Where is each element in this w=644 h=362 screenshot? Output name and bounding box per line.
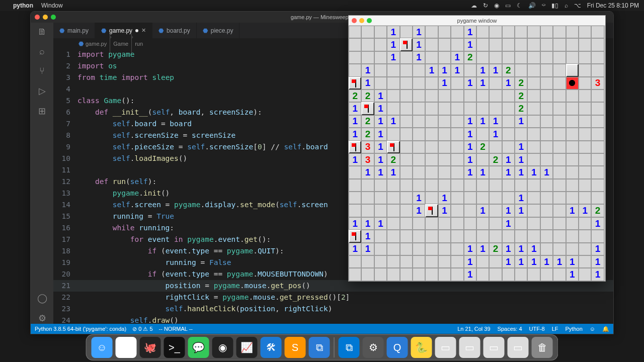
menubar-clock[interactable]: Fri Dec 25 8:10 PM <box>587 2 639 9</box>
dock-vsc2-icon[interactable]: ⧉ <box>339 337 360 358</box>
cell-1[interactable]: 1 <box>361 166 374 178</box>
cell-empty[interactable] <box>374 77 387 89</box>
cell-empty[interactable] <box>553 217 566 230</box>
cell-1[interactable]: 1 <box>566 268 579 281</box>
cell-empty[interactable] <box>425 26 438 38</box>
cell-empty[interactable] <box>502 115 515 128</box>
cell-1[interactable]: 1 <box>387 51 399 64</box>
cell-1[interactable]: 1 <box>502 243 515 255</box>
cell-empty[interactable] <box>349 26 361 38</box>
cell-2[interactable]: 2 <box>591 204 604 217</box>
cell-empty[interactable] <box>527 141 540 153</box>
cell-empty[interactable] <box>400 102 413 115</box>
cell-empty[interactable] <box>579 192 591 204</box>
cell-empty[interactable] <box>489 268 502 281</box>
menubar-app[interactable]: python <box>13 2 33 9</box>
dock-obs-icon[interactable]: ◉ <box>212 337 233 358</box>
cell-1[interactable]: 1 <box>515 243 527 255</box>
cell-3[interactable]: 3 <box>591 77 604 89</box>
cell-empty[interactable] <box>451 77 463 89</box>
cell-1[interactable]: 1 <box>374 89 387 102</box>
cell-1[interactable]: 1 <box>438 204 451 217</box>
cell-1[interactable]: 1 <box>349 115 361 128</box>
cell-1[interactable]: 1 <box>464 115 476 128</box>
cell-empty[interactable] <box>400 141 413 153</box>
cell-1[interactable]: 1 <box>451 64 463 76</box>
dock[interactable]: ☺◯🐙>_💬◉📈🛠S⧉⧉⚙Q🐍▭▭▭▭🗑 <box>86 334 558 360</box>
volume-icon[interactable]: 🔊 <box>528 2 536 9</box>
cell-empty[interactable] <box>579 243 591 255</box>
cell-empty[interactable] <box>451 153 463 166</box>
cell-empty[interactable] <box>451 192 463 204</box>
cell-empty[interactable] <box>540 77 553 89</box>
dock-w1-icon[interactable]: ▭ <box>435 337 456 358</box>
cell-empty[interactable] <box>502 179 515 192</box>
cell-empty[interactable] <box>591 64 604 76</box>
cell-3[interactable]: 3 <box>361 141 374 153</box>
cell-empty[interactable] <box>553 243 566 255</box>
cell-empty[interactable] <box>489 26 502 38</box>
cell-empty[interactable] <box>579 230 591 242</box>
cell-1[interactable]: 1 <box>566 255 579 268</box>
cell-empty[interactable] <box>349 38 361 51</box>
battery-icon[interactable]: ▮▯ <box>551 2 558 9</box>
cell-empty[interactable] <box>451 217 463 230</box>
dock-activity-icon[interactable]: 📈 <box>236 337 258 358</box>
cell-empty[interactable] <box>349 179 361 192</box>
cell-1[interactable]: 1 <box>374 217 387 230</box>
status-item[interactable]: ☺ <box>590 326 595 332</box>
code-line[interactable]: 21 position = pygame.mouse.get_pos() <box>53 280 613 292</box>
cell-2[interactable]: 2 <box>502 64 515 76</box>
cell-empty[interactable] <box>591 192 604 204</box>
cell-empty[interactable] <box>464 204 476 217</box>
source-control-icon[interactable]: ⑂ <box>39 66 45 76</box>
cell-empty[interactable] <box>489 102 502 115</box>
cell-1[interactable]: 1 <box>413 192 425 204</box>
close-icon[interactable] <box>35 15 40 20</box>
dock-sublime-icon[interactable]: S <box>285 337 306 358</box>
cell-empty[interactable] <box>451 255 463 268</box>
status-item[interactable]: Spaces: 4 <box>498 326 522 332</box>
cell-empty[interactable] <box>553 38 566 51</box>
sync-icon[interactable]: ↻ <box>483 2 488 9</box>
cell-3[interactable]: 3 <box>361 153 374 166</box>
cell-empty[interactable] <box>413 243 425 255</box>
cell-empty[interactable] <box>566 230 579 242</box>
cell-empty[interactable] <box>591 230 604 242</box>
menubar-menu-window[interactable]: Window <box>41 2 63 9</box>
cell-empty[interactable] <box>476 89 489 102</box>
dock-w2-icon[interactable]: ▭ <box>459 337 480 358</box>
cell-empty[interactable] <box>566 115 579 128</box>
cell-empty[interactable] <box>374 204 387 217</box>
cell-empty[interactable] <box>527 89 540 102</box>
cell-empty[interactable] <box>451 230 463 242</box>
cell-empty[interactable] <box>400 179 413 192</box>
cell-1[interactable]: 1 <box>361 243 374 255</box>
cell-empty[interactable] <box>591 166 604 178</box>
cell-empty[interactable] <box>438 268 451 281</box>
dock-finder-icon[interactable]: ☺ <box>92 337 113 358</box>
cell-empty[interactable] <box>553 115 566 128</box>
cell-empty[interactable] <box>413 77 425 89</box>
cell-empty[interactable] <box>579 128 591 140</box>
cell-empty[interactable] <box>476 102 489 115</box>
cell-empty[interactable] <box>387 192 399 204</box>
spotlight-icon[interactable]: ⌕ <box>565 2 568 9</box>
cell-empty[interactable] <box>361 192 374 204</box>
cell-empty[interactable] <box>489 217 502 230</box>
cell-empty[interactable] <box>451 38 463 51</box>
cell-empty[interactable] <box>502 128 515 140</box>
cell-empty[interactable] <box>489 51 502 64</box>
cell-1[interactable]: 1 <box>591 268 604 281</box>
cell-empty[interactable] <box>387 64 399 76</box>
cell-empty[interactable] <box>425 102 438 115</box>
cell-empty[interactable] <box>361 255 374 268</box>
code-line[interactable]: 23 self.handleClick(position, rightClick… <box>53 303 613 315</box>
cell-empty[interactable] <box>476 153 489 166</box>
cell-1[interactable]: 1 <box>413 204 425 217</box>
status-item[interactable]: Ln 21, Col 39 <box>457 326 490 332</box>
cell-empty[interactable] <box>540 38 553 51</box>
cell-empty[interactable] <box>425 230 438 242</box>
cell-empty[interactable] <box>527 153 540 166</box>
cell-empty[interactable] <box>425 141 438 153</box>
